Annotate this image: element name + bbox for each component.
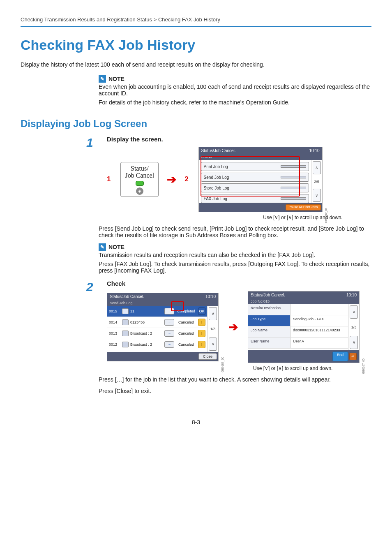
details-button[interactable]: ⋯ [164,308,174,314]
key-rhombus-icon: ◈ [136,187,143,195]
print-job-log-button[interactable]: Print Job Log [201,162,309,171]
details-button[interactable]: ⋯ [164,330,174,337]
step2-description-1: Press […] for the job in the list that y… [99,376,371,383]
step-2-title: Check [107,280,371,287]
item-label: Print Job Log [204,164,228,169]
step-1-number: 1 [21,136,99,220]
job-list: 0015 11 ⋯ Completed OK 0014 0123456 ⋯ [107,306,207,352]
status-warn-icon: ! [198,341,205,348]
job-detail-panel: Status/Job Cancel. 10:10 Job No:015 Resu… [248,291,360,363]
panel-title: Status/Job Cancel. [201,148,236,153]
detail-rows: Result/Destination Job TypeSending Job -… [248,304,348,350]
status-job-cancel-key[interactable]: Status/ Job Cancel ◈ [120,162,159,197]
log-menu-panel: Status/Job Cancel. 10:10 Status Print Jo… [198,147,323,212]
key-line1: Status/ [131,165,149,172]
panel-title: Status/Job Cancel. [251,293,285,297]
send-job-log-panel: Status/Job Cancel. 10:10 Send Job Log 00… [107,293,219,361]
job-row-0013[interactable]: 0013 Broadcast : 2 ⋯ Canceled ! [107,328,207,339]
store-job-log-button[interactable]: Store Job Log [201,183,309,192]
job-row-0014[interactable]: 0014 0123456 ⋯ Canceled ! [107,317,207,328]
panel-time: 10:10 [346,293,357,297]
section-title: Displaying Job Log Screen [21,118,371,130]
substep-1: 1 [107,175,111,183]
end-button[interactable]: End [332,352,348,361]
page-indicator: 1/3 [350,321,358,333]
job-id: 0015 [109,309,120,313]
detail-value-result [291,304,348,315]
job-row-0015[interactable]: 0015 11 ⋯ Completed OK [107,306,207,317]
note-label: NOTE [108,76,125,82]
note-label: NOTE [108,244,125,250]
job-id: 0012 [109,342,120,347]
job-id: 0013 [109,331,120,335]
page-indicator: 1/3 [209,323,217,335]
scroll-hint-2: Use [∨] or [∧] to scroll up and down. [253,365,371,371]
panel-time: 10:10 [205,294,216,299]
scroll-up-button[interactable]: ∧ [350,305,358,319]
page-title: Checking FAX Job History [21,37,371,53]
scroll-hint-1: Use [∨] or [∧] to scroll up and down. [234,215,371,220]
status-warn-icon: ! [198,319,205,326]
status-ok-icon: OK [198,308,205,315]
arrow-icon: ➔ [228,320,238,334]
fax-job-log-button[interactable]: FAX Job Log [201,194,309,203]
send-job-log-button[interactable]: Send Job Log [201,173,309,182]
note-icon: ✎ [99,243,106,251]
gb-label: GB0207_00 [362,358,365,374]
panel-subheader: Job No:015 [248,298,359,304]
breadcrumb: Checking Transmission Results and Regist… [21,16,371,27]
step-1: 1 Display the screen. 1 Status/ Job Canc… [21,136,371,220]
job-status: Canceled [176,320,196,324]
gb-label: GB0187_00 [221,357,224,372]
detail-value-jobname: doc00003120101112140233 [291,326,348,337]
page-indicator: 2/5 [311,176,322,188]
pause-all-button[interactable]: Pause All Print Jobs [286,204,321,210]
scroll-down-button[interactable]: ∨ [350,336,358,349]
panel-subheader: Send Job Log [107,300,218,306]
key-line2: Job Cancel [125,172,154,179]
note-box-2: ✎ NOTE Transmission results and receptio… [99,243,371,274]
detail-value-username: User A [291,338,348,348]
panel-time: 10:10 [309,148,320,153]
job-dest: 0123456 [130,320,163,324]
job-status: Canceled [176,331,196,335]
item-label: FAX Job Log [204,197,227,201]
key-lamp-icon [136,181,144,186]
close-button[interactable]: Close [198,353,217,360]
note2-line1: Transmission results and reception resul… [99,252,371,258]
fax-icon [122,308,129,314]
step-2: 2 Check Status/Job Cancel. 10:10 Send Jo… [21,280,371,371]
details-button[interactable]: ⋯ [164,341,174,348]
detail-label-jobtype: Job Type [248,315,291,326]
scroll-down-button[interactable]: ∨ [313,189,321,202]
note-icon: ✎ [99,75,106,83]
detail-label-username: User Name [248,338,291,348]
enter-button[interactable]: ↵ [349,353,357,360]
step1-figures: 1 Status/ Job Cancel ◈ ➔ 2 Status/Job Ca… [107,147,371,212]
note1-line1: Even when job accounting is enabled, 100… [99,83,371,97]
job-status: Canceled [176,342,196,347]
arrow-icon: ➔ [167,173,176,186]
fax-icon [122,319,129,325]
details-button[interactable]: ⋯ [164,319,174,326]
job-row-0012[interactable]: 0012 Broadcast : 2 ⋯ Canceled ! [107,339,207,350]
substep-2: 2 [184,175,188,183]
note1-line2: For details of the job history check, re… [99,99,371,106]
item-label: Store Job Log [204,186,229,190]
scroll-up-button[interactable]: ∧ [313,161,321,174]
step2-figures: Status/Job Cancel. 10:10 Send Job Log 00… [107,291,371,363]
scroll-up-button[interactable]: ∧ [209,307,217,320]
step-1-title: Display the screen. [107,136,371,143]
detail-label-result: Result/Destination [248,304,291,315]
fax-icon [122,342,129,347]
gb-label: GB0052_01 [325,208,328,223]
job-dest: 11 [130,309,163,313]
scroll-down-button[interactable]: ∨ [209,338,217,351]
note-box-1: ✎ NOTE Even when job accounting is enabl… [99,75,371,106]
detail-label-jobname: Job Name [248,326,291,337]
page-number: 8-3 [21,419,371,426]
job-id: 0014 [109,320,120,324]
detail-value-jobtype: Sending Job - FAX [291,315,348,326]
panel-title: Status/Job Cancel. [110,294,144,299]
intro-text: Display the history of the latest 100 ea… [21,61,371,68]
